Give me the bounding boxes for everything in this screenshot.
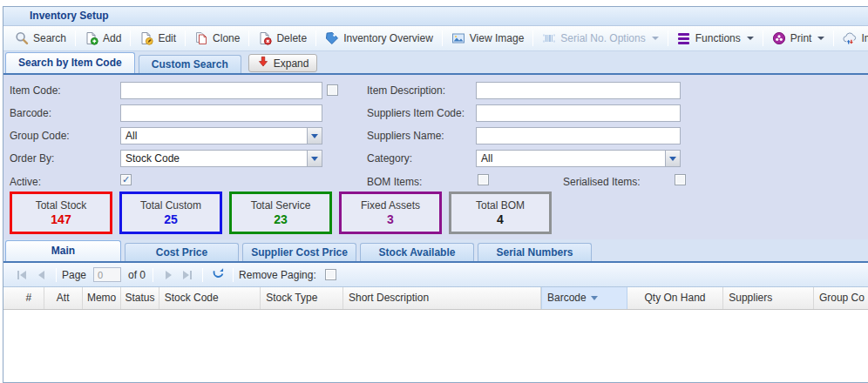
next-page-button[interactable] — [159, 266, 178, 284]
column-header-att[interactable]: Att — [44, 287, 83, 309]
functions-button[interactable]: Functions — [671, 28, 760, 49]
inventory-overview-button[interactable]: Inventory Overview — [319, 28, 439, 49]
search-form-panel: Item Code: Barcode: Group Code: All Orde… — [3, 75, 868, 239]
chevron-down-icon — [817, 37, 824, 44]
serialised-items-checkbox[interactable] — [675, 174, 686, 185]
paging-separator — [56, 268, 57, 282]
item-code-checkbox[interactable] — [327, 84, 338, 96]
total-stock-box: Total Stock 147 — [10, 192, 112, 234]
grid-body — [3, 310, 868, 382]
item-description-input[interactable] — [476, 82, 681, 99]
sort-desc-icon — [591, 296, 598, 304]
next-page-icon — [166, 271, 172, 279]
add-button[interactable]: Add — [78, 28, 127, 49]
print-button[interactable]: Print — [766, 28, 831, 49]
functions-button-label: Functions — [695, 32, 741, 44]
refresh-button[interactable] — [208, 266, 227, 284]
main-toolbar: Search Add Edit Clone De — [3, 26, 868, 51]
total-bom-value: 4 — [497, 212, 504, 226]
group-code-select[interactable]: All — [120, 127, 322, 144]
total-service-box: Total Service 23 — [229, 192, 332, 234]
view-image-button[interactable]: View Image — [445, 28, 530, 49]
page-number-input[interactable] — [93, 267, 121, 282]
suppliers-name-input[interactable] — [476, 127, 681, 144]
active-checkbox[interactable]: ✓ — [120, 174, 132, 185]
toolbar-separator — [315, 30, 316, 46]
total-service-value: 23 — [274, 212, 288, 226]
column-header-status[interactable]: Status — [121, 287, 159, 309]
delete-icon — [258, 31, 272, 45]
paging-separator — [202, 268, 203, 282]
edit-button[interactable]: Edit — [133, 28, 182, 49]
barcode-input[interactable] — [120, 104, 322, 122]
delete-button[interactable]: Delete — [252, 28, 313, 49]
tab-stock-available[interactable]: Stock Available — [360, 243, 474, 261]
barcode-icon — [542, 31, 556, 45]
suppliers-item-code-input[interactable] — [476, 104, 681, 122]
toolbar-separator — [833, 30, 834, 46]
chevron-down-icon — [307, 151, 322, 166]
last-page-button[interactable] — [178, 266, 197, 284]
column-header-stock-type[interactable]: Stock Type — [261, 287, 343, 309]
search-tab-bar: Search by Item Code Custom Search Expand — [3, 51, 868, 75]
print-button-label: Print — [790, 32, 812, 44]
column-header-stock-code[interactable]: Stock Code — [159, 287, 261, 309]
fixed-assets-box: Fixed Assets 3 — [339, 192, 442, 234]
first-page-button[interactable] — [12, 266, 31, 284]
column-header-short-description[interactable]: Short Description — [343, 287, 541, 309]
order-by-value: Stock Code — [121, 152, 307, 165]
column-header-qty-on-hand[interactable]: Qty On Hand — [627, 287, 723, 309]
toolbar-separator — [668, 30, 668, 46]
group-code-label: Group Code: — [10, 130, 70, 142]
inventory-setup-window: Inventory Setup Search Add Edit — [3, 6, 868, 383]
tab-search-by-item-code[interactable]: Search by Item Code — [5, 52, 135, 73]
page-label: Page — [62, 269, 86, 281]
tab-supplier-cost-price[interactable]: Supplier Cost Price — [242, 243, 356, 261]
bom-items-checkbox[interactable] — [478, 174, 489, 185]
chevron-down-icon — [665, 151, 680, 166]
total-bom-box: Total BOM 4 — [449, 192, 552, 234]
print-icon — [772, 31, 786, 45]
import-export-icon — [843, 31, 857, 45]
tab-main[interactable]: Main — [5, 240, 121, 261]
total-custom-box: Total Custom 25 — [119, 192, 222, 234]
column-header-barcode[interactable]: Barcode — [541, 287, 627, 309]
paging-separator — [153, 268, 153, 282]
column-header-number[interactable]: # — [14, 287, 44, 309]
view-image-button-label: View Image — [470, 32, 524, 44]
prev-page-icon — [38, 271, 44, 279]
import-export-button[interactable]: Import & Export — [837, 28, 868, 49]
search-button-label: Search — [33, 32, 66, 44]
bom-items-label: BOM Items: — [367, 176, 422, 188]
expand-button[interactable]: Expand — [248, 54, 318, 72]
category-label: Category: — [367, 152, 412, 165]
tab-serial-numbers[interactable]: Serial Numbers — [478, 243, 592, 261]
serialised-items-label: Serialised Items: — [563, 176, 641, 188]
prev-page-button[interactable] — [31, 266, 51, 284]
suppliers-name-label: Suppliers Name: — [367, 130, 444, 142]
remove-paging-label: Remove Paging: — [239, 269, 316, 281]
group-code-value: All — [121, 130, 307, 142]
order-by-select[interactable]: Stock Code — [120, 150, 322, 167]
item-code-input[interactable] — [120, 82, 322, 99]
category-value: All — [477, 152, 665, 165]
view-image-icon — [451, 31, 465, 45]
last-page-icon — [183, 271, 189, 279]
clone-button[interactable]: Clone — [188, 28, 246, 49]
category-select[interactable]: All — [476, 150, 681, 167]
column-header-suppliers[interactable]: Suppliers — [723, 287, 814, 309]
toolbar-separator — [130, 30, 131, 46]
column-header-group-code[interactable]: Group Co — [814, 287, 868, 309]
tab-custom-search[interactable]: Custom Search — [139, 55, 241, 73]
column-header-memo[interactable]: Memo — [83, 287, 121, 309]
tab-cost-price[interactable]: Cost Price — [125, 243, 239, 261]
suppliers-item-code-label: Suppliers Item Code: — [367, 107, 465, 119]
search-button[interactable]: Search — [9, 28, 72, 49]
total-service-label: Total Service — [251, 199, 311, 212]
grid-header-row: # Att Memo Status Stock Code Stock Type … — [3, 287, 868, 310]
page-count-label: of 0 — [128, 269, 146, 281]
toolbar-separator — [185, 30, 186, 46]
remove-paging-checkbox[interactable] — [325, 269, 336, 280]
edit-button-label: Edit — [158, 32, 176, 44]
functions-icon — [677, 31, 691, 45]
